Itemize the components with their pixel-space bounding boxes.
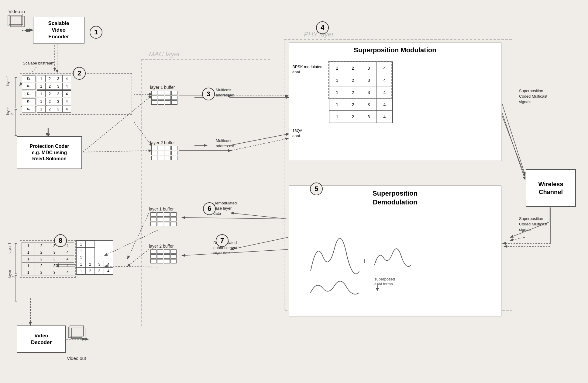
- step-6-circle: 6: [203, 202, 216, 215]
- video-out-label: Video out: [67, 355, 86, 361]
- svg-rect-41: [11, 16, 24, 27]
- svg-line-61: [231, 138, 288, 151]
- superposition-coded-2-label: SuperpositionCoded Multicastsignals: [519, 216, 547, 233]
- svg-text:+: +: [362, 256, 367, 266]
- wireless-channel-label: WirelessChannel: [538, 180, 563, 196]
- wireless-channel-box: WirelessChannel: [526, 169, 576, 207]
- svg-line-13: [231, 237, 288, 249]
- decoder-grid-8: layer 1 layer 2 1 2 3 4 1 2 3 4 1 2 3 4: [20, 240, 76, 278]
- video-encoder-label: Scalable Video Encoder: [48, 20, 69, 40]
- encoder-layer-grid: layer 1 layer 2 K₁ 1234 K₂ 1234 K₃ 1234: [20, 73, 132, 115]
- svg-marker-47: [376, 288, 379, 291]
- step-2-circle: 2: [73, 67, 86, 80]
- svg-line-8: [229, 134, 289, 145]
- svg-line-65: [182, 218, 288, 219]
- svg-line-19: [511, 237, 525, 240]
- protection-coder-box: Protection Codere.g. MDC usingReed-Solom…: [17, 136, 82, 169]
- svg-rect-52: [71, 328, 85, 339]
- protection-coder-label: Protection Codere.g. MDC usingReed-Solom…: [30, 143, 69, 162]
- layer1-buffer: [151, 91, 177, 105]
- multicast-addressed-2-label: Multicastaddressed: [216, 138, 234, 149]
- svg-line-9: [502, 116, 525, 176]
- layer1-buffer-bottom-label: layer 1 buffer: [149, 206, 174, 212]
- svg-line-14: [128, 213, 149, 259]
- svg-line-57: [83, 151, 151, 152]
- layer1-buffer-label: layer 1 buffer: [150, 85, 175, 90]
- svg-line-38: [134, 122, 152, 146]
- 16qa-label: 16QAanal: [292, 128, 302, 139]
- svg-line-62: [502, 103, 525, 175]
- superposition-modulation-title: Superposition Modulation: [289, 46, 501, 54]
- scalable-bitstream-label: Scalabe bitstream: [23, 61, 54, 66]
- svg-line-42: [502, 113, 525, 179]
- svg-line-12: [231, 213, 288, 219]
- demodulated-base-label: Demodulatedbase layerdata: [213, 201, 237, 216]
- video-encoder-box: Scalable Video Encoder: [33, 17, 84, 44]
- multicast-addressed-1-label: Multicastaddressed: [216, 88, 234, 98]
- layer2-buffer-label: layer 2 buffer: [150, 140, 175, 145]
- step-4-circle: 4: [316, 21, 329, 34]
- svg-text:MAC layer: MAC layer: [149, 50, 181, 58]
- svg-text:superposed: superposed: [374, 277, 395, 281]
- layer2-buffer-bottom-label: layer 2 buffer: [149, 243, 174, 249]
- video-decoder-box: VideoDecoder: [17, 326, 66, 353]
- video-in-icon: [8, 14, 27, 32]
- step-1-circle: 1: [90, 26, 102, 39]
- step-7-circle: 7: [216, 234, 229, 247]
- svg-line-15: [128, 249, 149, 266]
- video-decoder-label: VideoDecoder: [31, 333, 52, 346]
- step-8-circle: 8: [54, 234, 67, 247]
- layer2-buffer: [151, 146, 177, 160]
- superposition-demodulation-box: SuperpositionDemodulation + superposed a…: [289, 186, 501, 316]
- bpsk-label: BPSK modulatedanal: [292, 64, 322, 75]
- video-out-icon: [68, 326, 88, 343]
- decoder-grid-7: 1 1 1 1 2 3 4 1 2 3 4: [76, 240, 113, 275]
- superposition-modulation-box: Superposition Modulation BPSK modulateda…: [289, 43, 501, 161]
- step-3-circle: 3: [202, 88, 215, 100]
- superposition-coded-1-label: SuperpositionCoded Multicastsignals: [519, 88, 547, 105]
- layer1-buffer-bottom: [150, 212, 177, 226]
- svg-text:anal forms: anal forms: [374, 282, 393, 286]
- layer2-buffer-bottom: [150, 249, 177, 263]
- step-5-circle: 5: [310, 183, 323, 195]
